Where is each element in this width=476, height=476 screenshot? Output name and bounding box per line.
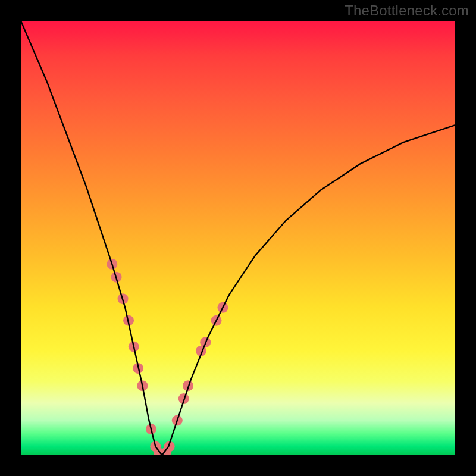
curve-svg	[21, 21, 455, 455]
bottleneck-curve	[21, 21, 455, 455]
chart-frame: TheBottleneck.com	[0, 0, 476, 476]
plot-area	[21, 21, 455, 455]
scatter-dots	[107, 259, 228, 455]
watermark-text: TheBottleneck.com	[345, 2, 469, 19]
